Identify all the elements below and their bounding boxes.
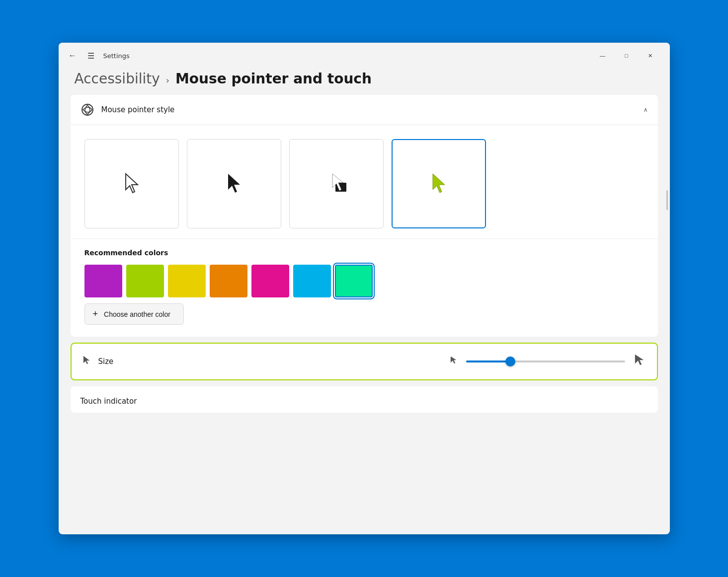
cursor-option-black[interactable]	[187, 139, 281, 228]
back-button[interactable]: ←	[67, 49, 79, 62]
plus-icon: +	[93, 309, 98, 319]
size-slider-track[interactable]	[466, 361, 625, 362]
cursor-option-outline[interactable]	[84, 139, 179, 228]
cursor-style-grid	[71, 125, 658, 238]
section-header-left: Mouse pointer style	[81, 103, 175, 117]
size-label: Size	[98, 357, 114, 366]
touch-indicator-section: Touch indicator	[71, 386, 658, 413]
pointer-style-icon	[81, 103, 94, 117]
color-swatch-purple[interactable]	[84, 265, 122, 297]
choose-color-label: Choose another color	[104, 310, 170, 318]
size-cursor-small-icon	[449, 356, 458, 367]
size-cursor-icon	[81, 355, 92, 368]
choose-another-color-button[interactable]: + Choose another color	[84, 303, 184, 325]
mouse-pointer-title: Mouse pointer style	[101, 105, 175, 114]
color-swatch-yellow[interactable]	[168, 265, 206, 297]
size-section-card: Size	[71, 343, 658, 380]
cursor-option-inverted[interactable]	[289, 139, 384, 228]
scrollbar[interactable]	[666, 190, 668, 210]
touch-indicator-title: Touch indicator	[81, 397, 137, 406]
svg-point-0	[82, 104, 93, 115]
color-swatch-cyan[interactable]	[293, 265, 331, 297]
size-left: Size	[81, 355, 114, 368]
app-title: Settings	[103, 52, 130, 60]
color-swatch-orange[interactable]	[210, 265, 247, 297]
color-swatch-green[interactable]	[335, 265, 373, 297]
recommended-colors-title: Recommended colors	[84, 249, 644, 257]
breadcrumb-accessibility[interactable]: Accessibility	[75, 71, 160, 87]
content-area: Mouse pointer style ∧	[59, 95, 670, 534]
breadcrumb-current: Mouse pointer and touch	[175, 71, 372, 87]
color-swatch-pink[interactable]	[251, 265, 289, 297]
minimize-button[interactable]: —	[591, 48, 614, 64]
color-swatches-row	[84, 265, 644, 297]
window-controls: — □ ✕	[591, 48, 662, 64]
chevron-up-icon: ∧	[644, 106, 648, 113]
colors-section: Recommended colors + Choose another colo…	[71, 238, 658, 337]
size-row: Size	[71, 343, 658, 380]
maximize-button[interactable]: □	[615, 48, 638, 64]
size-right	[449, 354, 647, 369]
breadcrumb: Accessibility › Mouse pointer and touch	[59, 67, 670, 95]
cursor-option-custom[interactable]	[392, 139, 486, 228]
breadcrumb-separator: ›	[166, 75, 169, 85]
mouse-pointer-section: Mouse pointer style ∧	[71, 95, 658, 337]
size-cursor-large-icon	[633, 354, 647, 369]
titlebar: ← ☰ Settings — □ ✕	[59, 43, 670, 67]
menu-button[interactable]: ☰	[85, 49, 96, 63]
titlebar-left: ← ☰ Settings	[67, 49, 130, 63]
size-slider-thumb[interactable]	[505, 357, 515, 366]
mouse-pointer-header[interactable]: Mouse pointer style ∧	[71, 95, 658, 125]
size-slider-fill	[466, 361, 511, 362]
settings-window: ← ☰ Settings — □ ✕ Accessibility › Mouse…	[59, 43, 670, 534]
color-swatch-lime[interactable]	[126, 265, 164, 297]
close-button[interactable]: ✕	[639, 48, 662, 64]
